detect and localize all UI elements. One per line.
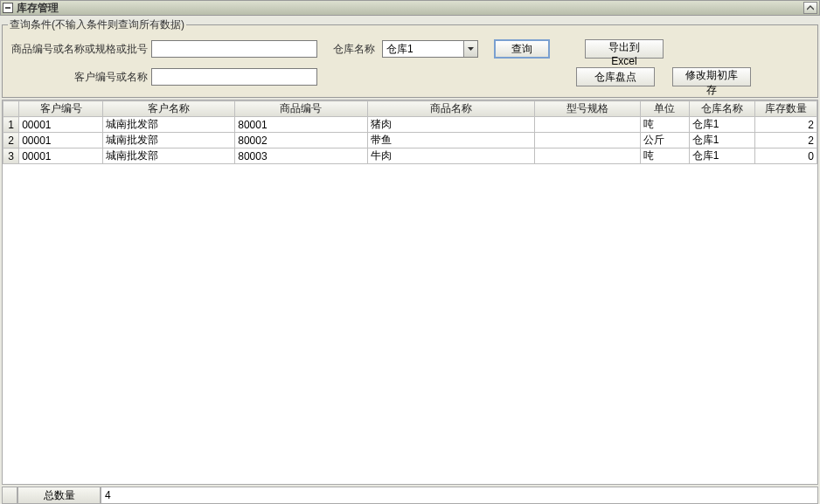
table-header-row: 客户编号 客户名称 商品编号 商品名称 型号规格 单位 仓库名称 库存数量 — [3, 101, 817, 117]
cell-cust-no: 00001 — [19, 133, 103, 148]
cell-prod-name: 带鱼 — [367, 133, 535, 148]
warehouse-label: 仓库名称 — [333, 42, 375, 57]
cell-spec — [535, 148, 641, 164]
col-cust-name[interactable]: 客户名称 — [102, 101, 234, 117]
col-cust-no[interactable]: 客户编号 — [19, 101, 103, 117]
table-row[interactable]: 300001城南批发部80003牛肉吨仓库10 — [3, 148, 817, 164]
cell-prod-no: 80003 — [235, 148, 367, 164]
cell-spec — [535, 117, 641, 133]
row-index: 2 — [3, 133, 19, 148]
cell-prod-name: 猪肉 — [367, 117, 535, 133]
product-filter-label: 商品编号或名称或规格或批号 — [8, 42, 148, 57]
table-row[interactable]: 100001城南批发部80001猪肉吨仓库12 — [3, 117, 817, 133]
cell-prod-name: 牛肉 — [367, 148, 535, 164]
cell-cust-name: 城南批发部 — [102, 133, 234, 148]
cell-prod-no: 80002 — [235, 133, 367, 148]
footer-corner — [2, 487, 17, 504]
dropdown-arrow-icon — [463, 41, 477, 57]
customer-filter-label: 客户编号或名称 — [8, 70, 148, 85]
stock-table: 客户编号 客户名称 商品编号 商品名称 型号规格 单位 仓库名称 库存数量 10… — [3, 100, 817, 164]
col-wh[interactable]: 仓库名称 — [689, 101, 755, 117]
col-unit[interactable]: 单位 — [641, 101, 689, 117]
stocktake-button[interactable]: 仓库盘点 — [576, 67, 655, 86]
edit-initial-stock-button[interactable]: 修改期初库存 — [672, 67, 751, 86]
cell-wh: 仓库1 — [689, 117, 755, 133]
titlebar: 库存管理 — [0, 0, 820, 16]
row-index: 3 — [3, 148, 19, 164]
footer-total-value: 4 — [101, 487, 818, 504]
query-button[interactable]: 查询 — [494, 39, 550, 59]
col-prod-no[interactable]: 商品编号 — [235, 101, 367, 117]
row-index: 1 — [3, 117, 19, 133]
filter-legend: 查询条件(不输入条件则查询所有数据) — [8, 17, 186, 32]
data-grid[interactable]: 客户编号 客户名称 商品编号 商品名称 型号规格 单位 仓库名称 库存数量 10… — [2, 100, 818, 485]
cell-qty: 0 — [755, 148, 817, 164]
cell-cust-name: 城南批发部 — [102, 148, 234, 164]
filter-panel: 查询条件(不输入条件则查询所有数据) 商品编号或名称或规格或批号 仓库名称 仓库… — [2, 17, 818, 98]
cell-unit: 吨 — [641, 148, 689, 164]
footer-bar: 总数量 4 — [2, 487, 818, 504]
export-excel-button[interactable]: 导出到Excel — [585, 39, 664, 59]
col-qty[interactable]: 库存数量 — [755, 101, 817, 117]
warehouse-select[interactable]: 仓库1 — [382, 40, 478, 58]
filter-row-2: 客户编号或名称 仓库盘点 修改期初库存 — [8, 67, 812, 86]
window-root: 库存管理 查询条件(不输入条件则查询所有数据) 商品编号或名称或规格或批号 仓库… — [0, 0, 820, 504]
cell-wh: 仓库1 — [689, 133, 755, 148]
cell-cust-no: 00001 — [19, 117, 103, 133]
collapse-button[interactable] — [803, 2, 817, 14]
chevron-up-icon — [807, 5, 814, 10]
cell-unit: 吨 — [641, 117, 689, 133]
window-title: 库存管理 — [17, 1, 59, 16]
col-spec[interactable]: 型号规格 — [535, 101, 641, 117]
cell-wh: 仓库1 — [689, 148, 755, 164]
warehouse-selected-text: 仓库1 — [383, 42, 463, 57]
customer-filter-input[interactable] — [151, 68, 317, 86]
cell-prod-no: 80001 — [235, 117, 367, 133]
cell-qty: 2 — [755, 117, 817, 133]
cell-unit: 公斤 — [641, 133, 689, 148]
cell-cust-no: 00001 — [19, 148, 103, 164]
footer-total-label: 总数量 — [17, 487, 101, 504]
cell-qty: 2 — [755, 133, 817, 148]
table-row[interactable]: 200001城南批发部80002带鱼公斤仓库12 — [3, 133, 817, 148]
col-prod-name[interactable]: 商品名称 — [367, 101, 535, 117]
window-icon — [3, 3, 13, 13]
cell-spec — [535, 133, 641, 148]
corner-cell — [3, 101, 19, 117]
product-filter-input[interactable] — [151, 40, 317, 58]
filter-row-1: 商品编号或名称或规格或批号 仓库名称 仓库1 查询 导出到Excel — [8, 39, 812, 59]
cell-cust-name: 城南批发部 — [102, 117, 234, 133]
